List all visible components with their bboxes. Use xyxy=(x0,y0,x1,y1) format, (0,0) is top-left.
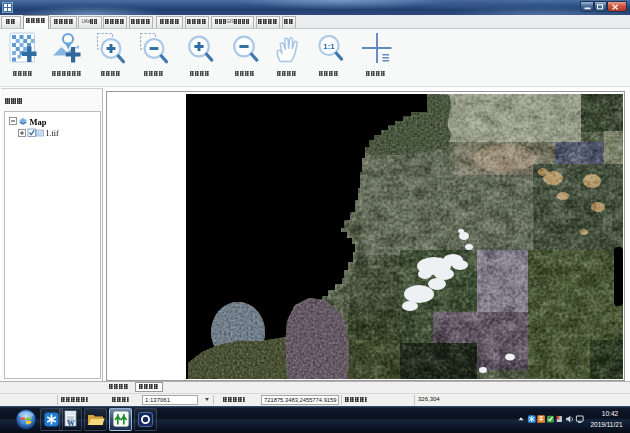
svg-text:1.tif: 1.tif xyxy=(46,129,59,138)
svg-text:1:1: 1:1 xyxy=(323,42,335,51)
svg-text:W: W xyxy=(67,419,75,428)
svg-text:Map: Map xyxy=(30,117,47,127)
